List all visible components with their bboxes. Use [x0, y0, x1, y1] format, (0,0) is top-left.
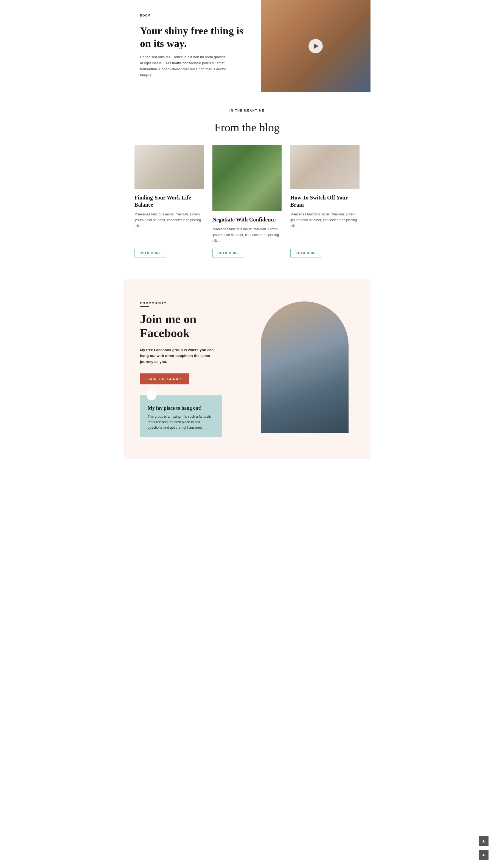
read-more-button-3[interactable]: READ MORE: [290, 249, 322, 257]
read-more-button-1[interactable]: READ MORE: [134, 249, 166, 257]
blog-grid: Finding Your Work Life Balance Maecenas …: [134, 145, 360, 258]
hero-eyebrow: BOOM!: [140, 14, 250, 17]
blog-title-2: Negotiate With Confidence: [212, 216, 282, 223]
hero-image-wrap: [261, 0, 370, 92]
hero-image: [261, 0, 370, 92]
play-icon: [314, 43, 319, 49]
blog-title: From the blog: [134, 121, 360, 134]
blog-body-1: Maecenas faucibus mollis interdum. Lorem…: [134, 212, 204, 244]
community-eyebrow: COMMMUNITY: [140, 302, 239, 305]
blog-image-2: [212, 145, 282, 211]
blog-body-2: Maecenas faucibus mollis interdum. Lorem…: [212, 227, 282, 244]
blog-eyebrow: IN THE MEANTIME: [134, 109, 360, 112]
blog-card-2: Negotiate With Confidence Maecenas fauci…: [212, 145, 282, 258]
blog-card-3: How To Switch Off Your Brain Maecenas fa…: [290, 145, 360, 258]
community-eyebrow-divider: [140, 306, 149, 307]
blog-eyebrow-divider: [240, 114, 254, 114]
community-image: [261, 302, 348, 433]
blog-card-1: Finding Your Work Life Balance Maecenas …: [134, 145, 204, 258]
hero-text-block: BOOM! Your shiny free thing is on its wa…: [124, 0, 261, 92]
hero-title: Your shiny free thing is on its way.: [140, 25, 250, 50]
quote-icon: ””: [147, 391, 156, 400]
community-left: COMMMUNITY Join me on Facebook My free F…: [140, 302, 239, 437]
blog-body-3: Maecenas faucibus mollis interdum. Lorem…: [290, 212, 360, 244]
join-group-button[interactable]: JOIN THE GROUP: [140, 374, 189, 384]
community-title: Join me on Facebook: [140, 312, 239, 340]
hero-eyebrow-divider: [140, 20, 149, 20]
blog-eyebrow-wrap: IN THE MEANTIME: [134, 109, 360, 114]
play-button[interactable]: [308, 39, 323, 53]
testimonial-title: My fav place to hang out!: [148, 405, 215, 411]
community-body: My free Facebook group is where you can …: [140, 347, 217, 365]
blog-image-1: [134, 145, 204, 189]
blog-section: IN THE MEANTIME From the blog Finding Yo…: [124, 92, 370, 280]
community-section: COMMMUNITY Join me on Facebook My free F…: [124, 279, 370, 459]
hero-section: BOOM! Your shiny free thing is on its wa…: [124, 0, 370, 92]
testimonial-body: The group is amazing. It's such a fantas…: [148, 414, 215, 430]
blog-title-3: How To Switch Off Your Brain: [290, 194, 360, 208]
testimonial-card: ”” My fav place to hang out! The group i…: [140, 395, 222, 437]
community-right: [255, 302, 354, 433]
blog-image-3: [290, 145, 360, 189]
hero-body: Donec sed odio dui. Donec id elit non mi…: [140, 54, 228, 78]
read-more-button-2[interactable]: READ MORE: [212, 249, 244, 257]
blog-title-1: Finding Your Work Life Balance: [134, 194, 204, 208]
